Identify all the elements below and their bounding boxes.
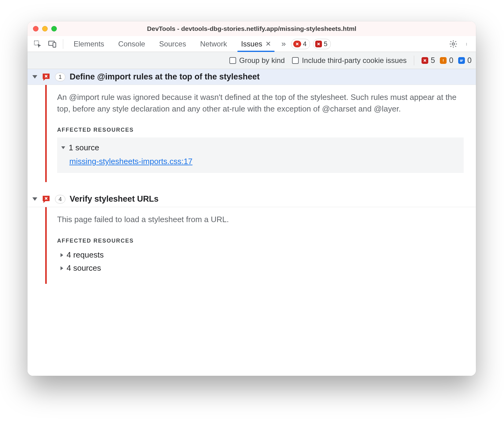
issue-title: Define @import rules at the top of the s…	[70, 72, 260, 82]
error-bubble-icon	[42, 195, 51, 204]
source-group-row[interactable]: 1 source	[60, 142, 458, 154]
svg-point-4	[466, 43, 467, 43]
checkbox-label: Group by kind	[239, 56, 285, 65]
affected-resources-list: 4 requests 4 sources	[57, 248, 464, 275]
tab-label: Sources	[159, 40, 186, 48]
issue-count-pill: 4	[55, 195, 65, 203]
svg-rect-2	[53, 42, 56, 47]
page-error-icon	[315, 41, 322, 47]
device-toolbar-icon[interactable]	[45, 36, 59, 52]
count-value: 0	[449, 56, 453, 65]
tab-elements[interactable]: Elements	[67, 36, 111, 52]
source-link[interactable]: missing-stylesheets-imports.css:17	[69, 157, 192, 166]
info-icon	[458, 57, 465, 64]
info-count-group[interactable]: 0	[458, 56, 472, 65]
svg-point-7	[443, 61, 444, 62]
issue-count-pill: 1	[55, 73, 65, 81]
tab-label: Elements	[74, 40, 104, 48]
sources-group-row[interactable]: 4 sources	[60, 262, 464, 275]
tab-label: Network	[200, 40, 227, 48]
issue-description: An @import rule was ignored because it w…	[57, 92, 464, 115]
error-count: 4	[303, 40, 307, 48]
issue-description: This page failed to load a stylesheet fr…	[57, 214, 464, 225]
error-count-badge[interactable]: 4	[291, 39, 310, 49]
svg-point-6	[466, 45, 467, 45]
minimize-window-button[interactable]	[42, 26, 48, 31]
tab-label: Console	[118, 40, 145, 48]
issue-header[interactable]: 4 Verify stylesheet URLs	[27, 191, 476, 207]
sources-group-label: 4 sources	[67, 263, 101, 273]
svg-point-3	[452, 43, 454, 45]
zoom-window-button[interactable]	[51, 26, 57, 31]
window-title: DevTools - devtools-dbg-stories.netlify.…	[27, 25, 476, 32]
error-icon	[422, 57, 428, 64]
requests-group-label: 4 requests	[67, 250, 104, 260]
warning-count-group[interactable]: 0	[440, 56, 453, 65]
tab-network[interactable]: Network	[193, 36, 234, 52]
page-error-count: 5	[324, 40, 327, 48]
issue-title: Verify stylesheet URLs	[70, 194, 159, 204]
devtools-window: DevTools - devtools-dbg-stories.netlify.…	[27, 21, 476, 376]
issues-panel: 1 Define @import rules at the top of the…	[27, 69, 476, 376]
affected-resources-label: AFFECTED RESOURCES	[57, 238, 464, 244]
main-toolbar: Elements Console Sources Network Issues …	[27, 36, 476, 52]
tab-sources[interactable]: Sources	[152, 36, 193, 52]
affected-resources-box: 1 source missing-stylesheets-imports.css…	[57, 137, 464, 173]
expand-icon	[61, 146, 65, 149]
warning-icon	[440, 57, 447, 64]
include-third-party-checkbox[interactable]: Include third-party cookie issues	[292, 56, 407, 65]
kebab-menu-icon[interactable]	[461, 36, 474, 52]
close-window-button[interactable]	[33, 26, 38, 31]
checkbox-icon	[229, 57, 236, 64]
expand-icon	[32, 75, 37, 79]
tab-console[interactable]: Console	[111, 36, 152, 52]
page-error-count-badge[interactable]: 5	[313, 39, 331, 49]
error-icon	[293, 41, 301, 47]
expand-icon	[60, 253, 63, 257]
inspect-element-icon[interactable]	[31, 36, 45, 52]
more-tabs-icon[interactable]: »	[278, 36, 289, 52]
checkbox-icon	[292, 57, 299, 64]
issue-body: This page failed to load a stylesheet fr…	[45, 207, 476, 284]
issue-body: An @import rule was ignored because it w…	[45, 85, 476, 182]
issues-toolbar: Group by kind Include third-party cookie…	[27, 52, 476, 69]
count-value: 0	[467, 56, 472, 65]
checkbox-label: Include third-party cookie issues	[302, 56, 407, 65]
svg-point-5	[466, 44, 467, 44]
tab-issues[interactable]: Issues ✕	[234, 36, 277, 52]
expand-icon	[32, 197, 37, 201]
tab-label: Issues	[241, 40, 262, 48]
source-group-label: 1 source	[69, 143, 99, 152]
traffic-lights	[33, 26, 57, 31]
issue-header[interactable]: 1 Define @import rules at the top of the…	[27, 69, 476, 85]
expand-icon	[60, 266, 63, 270]
group-by-kind-checkbox[interactable]: Group by kind	[229, 56, 285, 65]
close-tab-icon[interactable]: ✕	[265, 40, 271, 48]
issue-counts: 5 0 0	[422, 56, 472, 65]
error-count-group[interactable]: 5	[422, 56, 435, 65]
window-titlebar: DevTools - devtools-dbg-stories.netlify.…	[27, 21, 476, 36]
requests-group-row[interactable]: 4 requests	[60, 248, 464, 262]
error-bubble-icon	[42, 72, 51, 82]
affected-resources-label: AFFECTED RESOURCES	[57, 127, 464, 133]
divider	[63, 39, 63, 49]
divider	[414, 56, 414, 65]
count-value: 5	[431, 56, 435, 65]
settings-icon[interactable]	[447, 36, 460, 52]
